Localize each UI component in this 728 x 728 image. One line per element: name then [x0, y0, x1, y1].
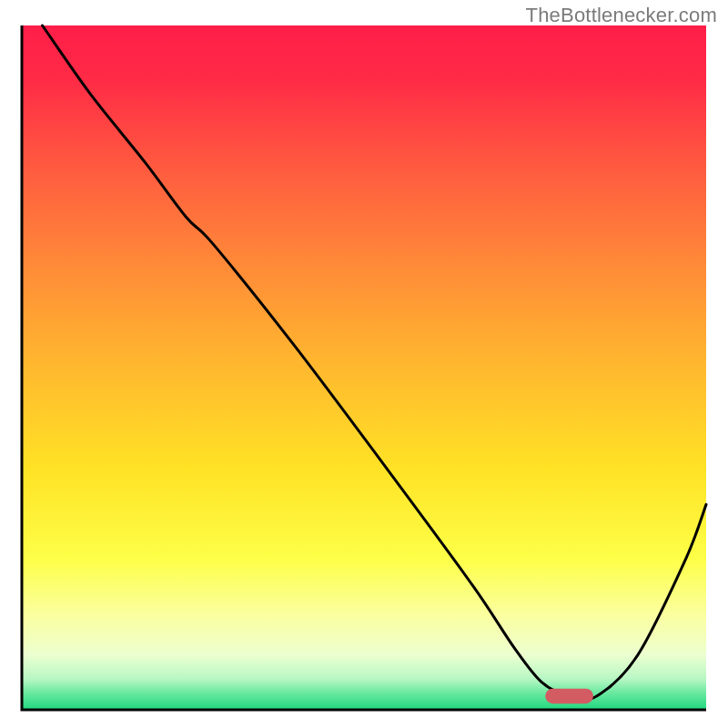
- chart-canvas: TheBottlenecker.com: [0, 0, 728, 728]
- bottleneck-chart: [0, 0, 728, 728]
- target-marker: [545, 689, 593, 704]
- chart-background: [22, 25, 706, 710]
